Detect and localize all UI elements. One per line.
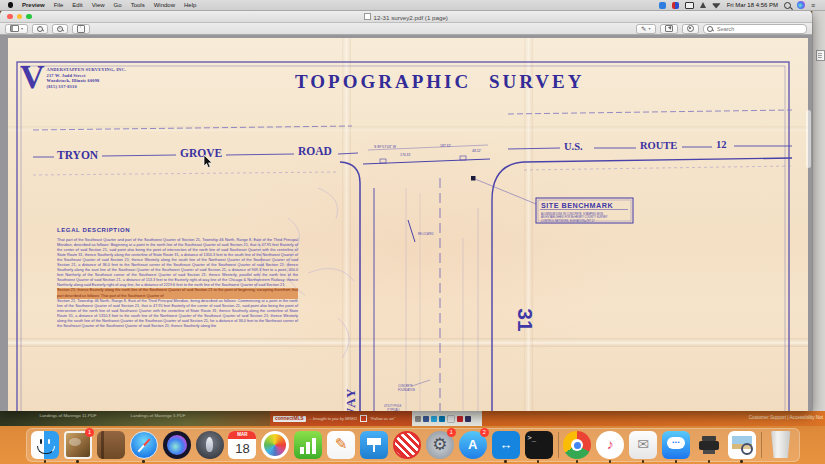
dock-photos-icon[interactable] (261, 431, 289, 459)
dim-bearing: S 89°57'43" W (374, 145, 397, 149)
file-label[interactable]: Landings of Marengo 11.PDF (28, 413, 108, 418)
menu-tools[interactable]: Tools (131, 2, 145, 8)
menu-file[interactable]: File (54, 2, 64, 8)
search-field[interactable] (703, 24, 807, 34)
dock-separator (761, 432, 762, 458)
firm-block: V ANDERSTAPPEN SURVEYING, INC. 217 W. Ju… (20, 64, 126, 90)
dock-safari-icon[interactable] (130, 431, 158, 459)
badge: 1 (447, 428, 456, 437)
road-label-tryon: TRYON (57, 149, 99, 161)
social-icon[interactable] (465, 416, 471, 422)
webpage-footer: Customer Support | Accessibility Not (482, 411, 825, 426)
share-icon (77, 25, 85, 33)
menu-edit[interactable]: Edit (72, 2, 82, 8)
share-button[interactable] (72, 24, 90, 34)
finder-window-behind[interactable]: Landings of Marengo 11.PDF Landings of M… (0, 411, 270, 426)
search-input[interactable] (715, 25, 799, 33)
mls-tagline: ... brought to you by MRED (309, 416, 357, 421)
dock-app-store-icon[interactable]: 2A (459, 431, 487, 459)
dock-separator (558, 432, 559, 458)
facebook-icon[interactable] (423, 416, 429, 422)
dock-terminal-icon[interactable]: >_ (525, 431, 553, 459)
route31-east-line (492, 158, 792, 411)
scrollbar-thumb[interactable] (806, 110, 811, 168)
dock-mail-icon[interactable]: ✉ (629, 431, 657, 459)
apple-menu-icon[interactable] (8, 2, 13, 8)
siri-menu-icon[interactable] (797, 1, 805, 9)
dock-photos-thumbnail-icon[interactable]: 1 (64, 431, 92, 459)
chevron-down-icon: ▾ (21, 26, 23, 31)
window-behind-right[interactable] (812, 10, 825, 426)
menu-go[interactable]: Go (114, 2, 122, 8)
svg-text:CONTROL NETWORK. ELEVATION=797: CONTROL NETWORK. ELEVATION=797.17 (541, 219, 595, 223)
dock-itunes-icon[interactable]: ♪ (596, 431, 624, 459)
dock-trash-icon[interactable] (767, 431, 795, 459)
dock-parallels-icon[interactable] (393, 431, 421, 459)
markup-toolbar-button[interactable] (682, 24, 700, 34)
page-thumbnail-icon (816, 50, 825, 61)
dock-contacts-icon[interactable] (97, 431, 125, 459)
dock-finder-icon[interactable] (31, 431, 59, 459)
legal-description: LEGAL DESCRIPTION That part of the South… (57, 227, 298, 329)
dock-siri-icon[interactable] (163, 431, 191, 459)
spotlight-search-icon[interactable] (784, 2, 791, 9)
site-benchmark-box: SITE BENCHMARK ALUMINUM DISK IN CONCRETE… (536, 198, 633, 223)
dock-pages-icon[interactable]: ✎ (327, 431, 355, 459)
pdf-doc-icon (364, 13, 371, 21)
menu-view[interactable]: View (92, 2, 105, 8)
twitter-icon[interactable] (431, 416, 437, 422)
upload-arrow-icon[interactable] (700, 2, 706, 8)
dim-3: 48.12' (472, 149, 481, 153)
route31-label: 31 (514, 308, 537, 332)
file-label[interactable]: Landings of Marengo 5.PDF (118, 413, 198, 418)
road-label-route: ROUTE (640, 140, 677, 151)
notification-center-icon[interactable]: ≡ (811, 2, 819, 9)
browser-window-behind[interactable]: connectMLS ... brought to you by MRED "F… (270, 411, 412, 426)
dock-launchpad-icon[interactable] (196, 431, 224, 459)
title-bar[interactable]: 12-31 survey2.pdf (1 page) (0, 10, 812, 23)
menu-clock[interactable]: Fri Mar 18 4:56 PM (727, 2, 778, 8)
rotate-button[interactable] (660, 24, 678, 34)
rotate-icon (665, 25, 673, 32)
sidebar-icon (10, 25, 19, 32)
linkedin-icon[interactable] (439, 416, 445, 422)
zoom-in-button[interactable]: + (52, 24, 68, 34)
toolbar: ▾ − + ✎▾ (0, 23, 812, 35)
support-link[interactable]: Customer Support | Accessibility Not (749, 415, 823, 420)
dock-system-preferences-icon[interactable]: 1⚙ (426, 431, 454, 459)
road-label-grove: GROVE (180, 147, 223, 159)
dock-numbers-icon[interactable] (294, 431, 322, 459)
dock-preview-icon[interactable] (728, 431, 756, 459)
railway-label: RAILWAY (343, 387, 358, 411)
dock-teamviewer-icon[interactable]: ↔ (492, 431, 520, 459)
dock-keynote-icon[interactable] (360, 431, 388, 459)
sidebar-view-button[interactable]: ▾ (5, 24, 28, 34)
menu-help[interactable]: Help (184, 2, 196, 8)
svg-text:UTILITY POLE: UTILITY POLE (384, 404, 402, 408)
benchmark-title: SITE BENCHMARK (541, 201, 613, 210)
social-icon[interactable] (447, 415, 455, 423)
menu-window[interactable]: Window (154, 2, 175, 8)
firm-name: ANDERSTAPPEN SURVEYING, INC. (47, 67, 127, 73)
dock-printer-icon[interactable] (695, 431, 723, 459)
markup-pen-button[interactable]: ✎▾ (636, 24, 655, 34)
chevron-down-icon: ▾ (648, 26, 650, 31)
menu-app[interactable]: Preview (22, 2, 45, 8)
wifi-icon[interactable] (712, 2, 721, 9)
youtube-icon[interactable] (457, 416, 463, 422)
connectmls-logo[interactable]: connectMLS (273, 416, 306, 422)
legal-para1: That part of the Southeast Quarter and p… (57, 238, 298, 288)
dock-calendar-icon[interactable]: MAR18 (228, 431, 256, 459)
survey-title: TOPOGRAPHIC SURVEY (295, 71, 584, 93)
status-app2-icon[interactable] (672, 2, 679, 9)
status-app-icon[interactable] (659, 2, 666, 9)
drawing-annotations: CONCRETE FOUNDATION UTILITY POLE (TYPICA… (384, 384, 415, 411)
social-icon[interactable] (415, 416, 421, 422)
dock-messages-icon[interactable]: ••• (662, 431, 690, 459)
row-line (33, 126, 352, 130)
pdf-page[interactable]: TRYON GROVE ROAD U.S. ROUTE 12 (8, 38, 808, 411)
firm-initial: V (20, 64, 45, 90)
dock-chrome-icon[interactable] (563, 431, 591, 459)
zoom-out-button[interactable]: − (32, 24, 48, 34)
display-icon[interactable] (685, 2, 694, 9)
